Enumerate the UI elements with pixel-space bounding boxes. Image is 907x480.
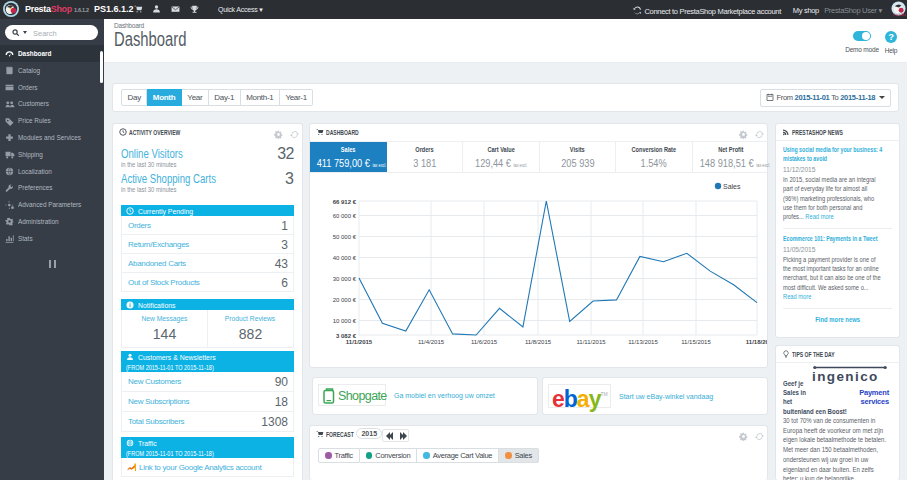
svg-text:PrestaShop: PrestaShop xyxy=(893,13,906,16)
svg-text:11/8/2015: 11/8/2015 xyxy=(525,339,552,345)
svg-text:3 082 €: 3 082 € xyxy=(336,333,357,339)
svg-text:11/11/2015: 11/11/2015 xyxy=(576,339,606,345)
svg-text:11/13/2015: 11/13/2015 xyxy=(628,339,658,345)
svg-text:20 000 €: 20 000 € xyxy=(333,297,357,303)
svg-text:11/18/201: 11/18/201 xyxy=(746,339,767,345)
svg-text:11/6/2015: 11/6/2015 xyxy=(471,339,498,345)
svg-text:66 912 €: 66 912 € xyxy=(333,199,357,205)
svg-text:11/15/2015: 11/15/2015 xyxy=(681,339,711,345)
svg-text:40 000 €: 40 000 € xyxy=(333,255,357,261)
svg-text:10 000 €: 10 000 € xyxy=(333,318,357,324)
svg-text:11/4/2015: 11/4/2015 xyxy=(418,339,445,345)
svg-text:50 000 €: 50 000 € xyxy=(333,234,357,240)
svg-text:60 000 €: 60 000 € xyxy=(333,213,357,219)
svg-text:11/1/2015: 11/1/2015 xyxy=(346,339,373,345)
svg-text:Sales: Sales xyxy=(723,183,741,190)
svg-text:30 000 €: 30 000 € xyxy=(333,276,357,282)
